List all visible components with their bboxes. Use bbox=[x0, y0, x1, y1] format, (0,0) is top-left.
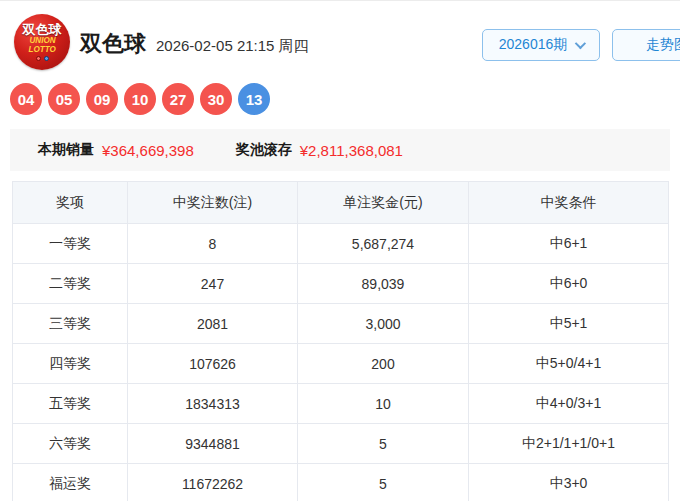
sales-label: 本期销量 bbox=[38, 141, 94, 159]
tier-cell: 三等奖 bbox=[13, 304, 128, 344]
sales-value: ¥364,669,398 bbox=[102, 142, 194, 159]
prize-cell: 89,039 bbox=[298, 264, 469, 304]
red-ball: 30 bbox=[200, 83, 232, 115]
red-ball: 04 bbox=[10, 83, 42, 115]
table-row: 四等奖 107626 200 中5+0/4+1 bbox=[13, 344, 669, 384]
column-header-prize: 单注奖金(元) bbox=[298, 182, 469, 224]
prize-table-header-row: 奖项 中奖注数(注) 单注奖金(元) 中奖条件 bbox=[13, 182, 669, 224]
condition-cell: 中5+0/4+1 bbox=[469, 344, 669, 384]
chevron-down-icon bbox=[575, 38, 586, 49]
tier-cell: 二等奖 bbox=[13, 264, 128, 304]
condition-cell: 中4+0/3+1 bbox=[469, 384, 669, 424]
prize-cell: 5 bbox=[298, 424, 469, 464]
red-ball: 05 bbox=[48, 83, 80, 115]
count-cell: 247 bbox=[128, 264, 298, 304]
red-ball: 10 bbox=[124, 83, 156, 115]
table-row: 三等奖 2081 3,000 中5+1 bbox=[13, 304, 669, 344]
union-lotto-logo: 双色球 UNION LOTTO bbox=[14, 14, 70, 70]
count-cell: 9344881 bbox=[128, 424, 298, 464]
column-header-count: 中奖注数(注) bbox=[128, 182, 298, 224]
trend-chart-button-label: 走势图 bbox=[646, 36, 680, 54]
tier-cell: 五等奖 bbox=[13, 384, 128, 424]
period-selector[interactable]: 2026016期 bbox=[482, 29, 600, 61]
count-cell: 2081 bbox=[128, 304, 298, 344]
tier-cell: 福运奖 bbox=[13, 464, 128, 501]
column-header-condition: 中奖条件 bbox=[469, 182, 669, 224]
tier-cell: 六等奖 bbox=[13, 424, 128, 464]
pool-value: ¥2,811,368,081 bbox=[300, 142, 403, 159]
table-row: 六等奖 9344881 5 中2+1/1+1/0+1 bbox=[13, 424, 669, 464]
table-row: 一等奖 8 5,687,274 中6+1 bbox=[13, 224, 669, 264]
table-row: 二等奖 247 89,039 中6+0 bbox=[13, 264, 669, 304]
count-cell: 107626 bbox=[128, 344, 298, 384]
trend-chart-button[interactable]: 走势图 bbox=[612, 29, 680, 61]
blue-ball: 13 bbox=[238, 83, 270, 115]
prize-table-body: 一等奖 8 5,687,274 中6+1 二等奖 247 89,039 中6+0… bbox=[13, 224, 669, 501]
count-cell: 11672262 bbox=[128, 464, 298, 501]
condition-cell: 中6+1 bbox=[469, 224, 669, 264]
pool-label: 奖池滚存 bbox=[236, 141, 292, 159]
tier-cell: 一等奖 bbox=[13, 224, 128, 264]
prize-cell: 200 bbox=[298, 344, 469, 384]
period-selector-label: 2026016期 bbox=[499, 36, 568, 54]
prize-cell: 5 bbox=[298, 464, 469, 501]
prize-cell: 3,000 bbox=[298, 304, 469, 344]
tier-cell: 四等奖 bbox=[13, 344, 128, 384]
logo-text-lotto: LOTTO bbox=[28, 45, 55, 54]
logo-balls-decoration bbox=[36, 56, 49, 61]
prize-cell: 10 bbox=[298, 384, 469, 424]
red-ball: 27 bbox=[162, 83, 194, 115]
prize-table: 奖项 中奖注数(注) 单注奖金(元) 中奖条件 一等奖 8 5,687,274 … bbox=[12, 181, 669, 501]
red-ball: 09 bbox=[86, 83, 118, 115]
winning-numbers-row: 04050910273013 bbox=[0, 83, 680, 115]
table-row: 五等奖 1834313 10 中4+0/3+1 bbox=[13, 384, 669, 424]
condition-cell: 中5+1 bbox=[469, 304, 669, 344]
pool-group: 奖池滚存 ¥2,811,368,081 bbox=[236, 141, 403, 159]
condition-cell: 中6+0 bbox=[469, 264, 669, 304]
count-cell: 8 bbox=[128, 224, 298, 264]
page-title: 双色球 bbox=[80, 29, 146, 59]
column-header-tier: 奖项 bbox=[13, 182, 128, 224]
prize-cell: 5,687,274 bbox=[298, 224, 469, 264]
condition-cell: 中2+1/1+1/0+1 bbox=[469, 424, 669, 464]
condition-cell: 中3+0 bbox=[469, 464, 669, 501]
table-row: 福运奖 11672262 5 中3+0 bbox=[13, 464, 669, 501]
count-cell: 1834313 bbox=[128, 384, 298, 424]
summary-bar: 本期销量 ¥364,669,398 奖池滚存 ¥2,811,368,081 bbox=[10, 129, 670, 171]
header: 双色球 UNION LOTTO 双色球 2026-02-05 21:15 周四 … bbox=[0, 1, 680, 71]
sales-group: 本期销量 ¥364,669,398 bbox=[38, 141, 194, 159]
draw-datetime: 2026-02-05 21:15 周四 bbox=[156, 37, 309, 56]
